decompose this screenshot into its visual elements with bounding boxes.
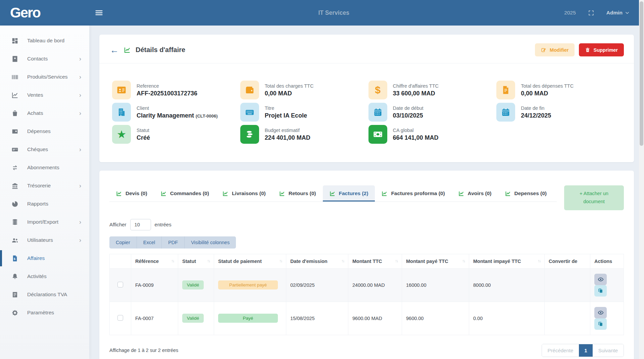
pie-chart-icon [11, 200, 18, 208]
column-visibility-button[interactable]: Visibilité colonnes [185, 236, 236, 249]
duplicate-button[interactable] [594, 285, 607, 297]
column-header-statut-paiement[interactable]: Statut de paiement↑↓ [214, 254, 286, 268]
column-header-montant-paye[interactable]: Montant payé TTC↑↓ [402, 254, 469, 268]
year-selector[interactable]: 2025 [564, 10, 576, 16]
column-header-statut[interactable]: Statut↑↓ [178, 254, 214, 268]
tab-avoirs[interactable]: Avoirs (0) [452, 185, 498, 201]
column-header-date-emission[interactable]: Date d'emission↑↓ [286, 254, 348, 268]
row-checkbox[interactable] [117, 282, 123, 287]
info-statut: ★ Statut Créé [112, 125, 240, 144]
row-checkbox[interactable] [117, 315, 123, 321]
expense-card-icon [11, 128, 18, 135]
star-icon: ★ [112, 125, 131, 144]
cell-date-emission: 02/09/2025 [286, 268, 348, 302]
sort-icon: ↑↓ [395, 259, 398, 263]
sidebar-item-achats[interactable]: Achats › [0, 104, 89, 122]
sidebar-item-ventes[interactable]: Ventes › [0, 86, 89, 104]
previous-page-button[interactable]: Précédente [542, 344, 579, 357]
column-header-reference[interactable]: Référence↑↓ [131, 254, 178, 268]
tab-depenses[interactable]: Depenses (0) [498, 185, 553, 201]
file-invoice-dollar-icon: $ [11, 255, 18, 262]
sidebar-item-declarations-tva[interactable]: Déclarations TVA [0, 285, 89, 304]
view-button[interactable] [594, 274, 607, 285]
chevron-right-icon: › [79, 74, 81, 80]
chart-icon [330, 191, 335, 196]
chevron-right-icon: › [79, 183, 81, 189]
back-arrow-icon[interactable]: ← [110, 46, 119, 54]
next-page-button[interactable]: Suivante [593, 344, 624, 357]
sidebar-item-tableau-de-bord[interactable]: Tableau de bord [0, 32, 89, 50]
cell-montant-paye: 9600.00 [402, 302, 469, 335]
info-total-depenses: Total des dépenses TTC 0,00 MAD [496, 80, 625, 100]
chart-icon [505, 191, 511, 196]
entries-suffix-label: entrées [155, 222, 171, 227]
sidebar: Tableau de bord Contacts › Produits/Serv… [0, 26, 89, 359]
id-card-icon [112, 81, 131, 99]
sidebar-item-import-export[interactable]: Import/Export › [0, 213, 89, 231]
info-date-debut: Date de début 03/10/2025 [368, 102, 497, 122]
chart-icon [222, 191, 228, 196]
tab-retours[interactable]: Retours (0) [273, 185, 323, 201]
cell-montant-ttc: 9600.00 MAD [348, 302, 402, 335]
sidebar-item-cheques[interactable]: Chéques › [0, 140, 89, 159]
info-chiffre-affaires: $ Chiffre d'affaires TTC 33 600,00 MAD [368, 80, 497, 100]
chevron-right-icon: › [79, 146, 81, 152]
sidebar-item-rapports[interactable]: Rapports [0, 195, 89, 213]
duplicate-button[interactable] [594, 318, 607, 330]
sidebar-item-activites[interactable]: Activités [0, 267, 89, 285]
pdf-export-button[interactable]: PDF [162, 236, 185, 249]
chevron-right-icon: › [79, 110, 81, 116]
svg-text:$: $ [14, 257, 15, 260]
hamburger-menu-icon[interactable] [95, 8, 103, 17]
bell-icon [11, 273, 18, 280]
column-header-convertir-de: Convertir de [545, 254, 590, 268]
sidebar-item-produits-services[interactable]: Produits/Services › [0, 68, 89, 86]
view-button[interactable] [594, 307, 607, 318]
document-tabs: Devis (0) Commandes (0) Livraisons (0) R… [109, 185, 557, 202]
wallet-icon [240, 81, 259, 99]
sidebar-item-affaires[interactable]: $ Affaires [0, 249, 89, 267]
tab-commandes[interactable]: Commandes (0) [154, 185, 216, 201]
delete-button[interactable]: Supprimer [579, 43, 624, 56]
building-icon [112, 103, 131, 122]
info-client: Client Clarity Management (CLT-0006) [112, 102, 240, 122]
copy-export-button[interactable]: Copier [109, 236, 137, 249]
table-row: FA-0009 Validé Partiellement payé 02/09/… [110, 268, 624, 302]
sort-icon: ↑↓ [462, 259, 465, 263]
workspace-title: IT Services [103, 9, 564, 16]
scrollbar-thumb[interactable] [640, 1, 643, 146]
sort-icon: ↑↓ [341, 259, 344, 263]
cell-reference: FA-0007 [131, 302, 178, 335]
edit-button[interactable]: Modifier [535, 43, 575, 56]
chevron-right-icon: › [79, 237, 81, 243]
pencil-icon [541, 47, 547, 53]
client-code: (CLT-0006) [196, 114, 218, 119]
user-menu[interactable]: Admin [606, 10, 629, 16]
column-header-montant-ttc[interactable]: Montant TTC↑↓ [348, 254, 402, 268]
sidebar-item-utilisateurs[interactable]: Utilisateurs › [0, 231, 89, 249]
sidebar-item-tresorerie[interactable]: Trésorerie › [0, 177, 89, 195]
details-card: ← Détails d'affaire Modifier Supprimer [99, 35, 634, 162]
entries-select[interactable]: 10 [130, 219, 151, 230]
documents-card: Devis (0) Commandes (0) Livraisons (0) R… [99, 171, 634, 359]
sort-icon: ↑↓ [171, 259, 174, 263]
tab-devis[interactable]: Devis (0) [109, 185, 154, 201]
excel-export-button[interactable]: Excel [137, 236, 162, 249]
tab-livraisons[interactable]: Livraisons (0) [216, 185, 273, 201]
app-logo: Gero [0, 6, 89, 20]
attach-document-button[interactable]: + Attacher un document [564, 185, 624, 210]
sidebar-item-parametres[interactable]: Paramètres [0, 304, 89, 322]
shopping-bag-icon [11, 110, 18, 117]
fullscreen-icon[interactable] [588, 10, 594, 16]
sidebar-item-depenses[interactable]: Dépenses [0, 122, 89, 140]
info-budget: Budget estimatif 224 401,00 MAD [240, 125, 368, 144]
calendar-icon [368, 103, 387, 122]
chart-icon [382, 191, 387, 196]
sidebar-item-abonnements[interactable]: Abonnements [0, 159, 89, 177]
tab-factures-proforma[interactable]: Factures proforma (0) [375, 185, 451, 201]
tab-factures[interactable]: Factures (2) [323, 185, 375, 201]
column-header-montant-impaye[interactable]: Montant impayé TTC↑↓ [469, 254, 545, 268]
current-page-button[interactable]: 1 [579, 344, 592, 357]
sidebar-item-contacts[interactable]: Contacts › [0, 50, 89, 68]
chevron-right-icon: › [79, 92, 81, 98]
